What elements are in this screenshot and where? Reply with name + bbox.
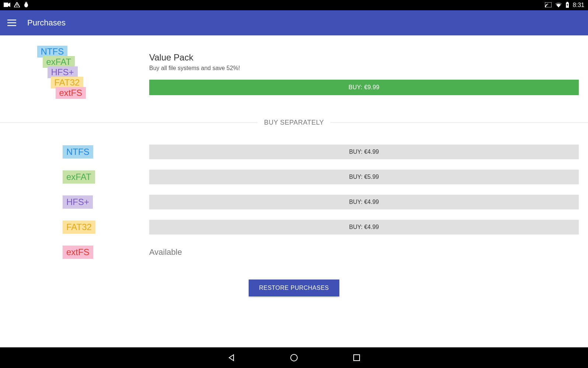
battery-charging-icon bbox=[566, 2, 569, 9]
status-right-icons: 8:31 bbox=[545, 2, 584, 9]
svg-point-8 bbox=[27, 2, 27, 3]
value-pack-graphic: NTFS exFAT HFS+ FAT32 extFS bbox=[0, 46, 149, 108]
separate-items-list: NTFS BUY: €4.99 exFAT BUY: €5.99 HFS+ BU… bbox=[0, 126, 588, 265]
svg-point-7 bbox=[25, 2, 26, 3]
warning-icon bbox=[14, 2, 20, 8]
svg-point-10 bbox=[545, 6, 546, 7]
buy-separately-divider: BUY SEPARATELY bbox=[0, 119, 588, 126]
hamburger-menu-icon[interactable] bbox=[7, 20, 16, 26]
item-chip-fat32: FAT32 bbox=[63, 221, 95, 234]
svg-rect-16 bbox=[7, 25, 16, 26]
svg-rect-19 bbox=[354, 355, 360, 361]
item-chip-ntfs: NTFS bbox=[63, 145, 93, 159]
fs-chip-extfs: extFS bbox=[56, 87, 86, 99]
value-pack-title: Value Pack bbox=[149, 52, 579, 63]
buy-fat32-button[interactable]: BUY: €4.99 bbox=[149, 220, 579, 235]
android-debug-icon bbox=[24, 2, 29, 9]
item-chip-hfs: HFS+ bbox=[63, 195, 93, 209]
item-chip-exfat: exFAT bbox=[63, 170, 95, 184]
buy-exfat-button[interactable]: BUY: €5.99 bbox=[149, 170, 579, 184]
item-row-extfs: extFS Available bbox=[0, 240, 588, 265]
item-row-ntfs: NTFS BUY: €4.99 bbox=[0, 139, 588, 164]
page-title: Purchases bbox=[27, 18, 66, 28]
buy-ntfs-button[interactable]: BUY: €4.99 bbox=[149, 145, 579, 159]
item-row-fat32: FAT32 BUY: €4.99 bbox=[0, 215, 588, 240]
nav-recents-button[interactable] bbox=[351, 352, 362, 363]
android-status-bar: 8:31 bbox=[0, 0, 588, 10]
svg-rect-3 bbox=[17, 4, 17, 6]
svg-rect-15 bbox=[7, 22, 16, 24]
svg-point-18 bbox=[291, 354, 297, 361]
svg-marker-17 bbox=[229, 355, 234, 361]
cast-icon bbox=[545, 2, 552, 8]
restore-purchases-button[interactable]: RESTORE PURCHASES bbox=[249, 280, 339, 296]
nav-home-button[interactable] bbox=[288, 352, 300, 363]
extfs-status: Available bbox=[149, 247, 182, 257]
buy-hfs-button[interactable]: BUY: €4.99 bbox=[149, 195, 579, 209]
wifi-icon bbox=[555, 2, 562, 8]
svg-rect-0 bbox=[4, 3, 8, 7]
buy-separately-label: BUY SEPARATELY bbox=[258, 119, 331, 126]
value-pack-subtitle: Buy all file systems and save 52%! bbox=[149, 65, 579, 72]
content-area: NTFS exFAT HFS+ FAT32 extFS Value Pack B… bbox=[0, 35, 588, 311]
value-pack-section: NTFS exFAT HFS+ FAT32 extFS Value Pack B… bbox=[0, 35, 588, 119]
nav-back-button[interactable] bbox=[226, 352, 237, 363]
status-left-icons bbox=[4, 2, 29, 9]
svg-rect-12 bbox=[567, 2, 568, 3]
status-clock: 8:31 bbox=[573, 2, 584, 8]
item-chip-extfs: extFS bbox=[63, 246, 93, 259]
svg-rect-14 bbox=[7, 20, 16, 21]
camera-icon bbox=[4, 2, 10, 8]
item-row-exfat: exFAT BUY: €5.99 bbox=[0, 164, 588, 190]
item-row-hfs: HFS+ BUY: €4.99 bbox=[0, 190, 588, 215]
buy-value-pack-button[interactable]: BUY: €9.99 bbox=[149, 80, 579, 95]
android-nav-bar bbox=[0, 347, 588, 368]
app-bar: Purchases bbox=[0, 10, 588, 35]
svg-rect-4 bbox=[17, 6, 17, 7]
svg-marker-1 bbox=[8, 3, 10, 7]
